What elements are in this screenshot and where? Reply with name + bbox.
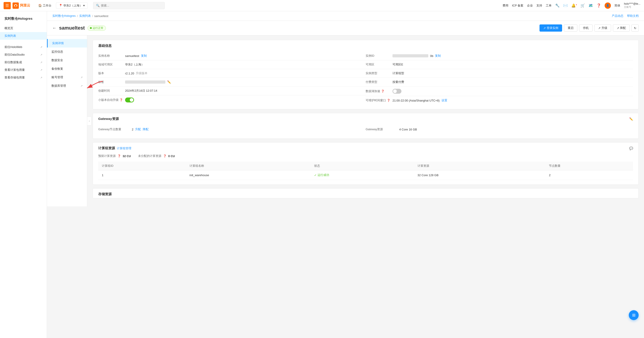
nav-support[interactable]: 支持 — [536, 4, 542, 8]
help-docs-link[interactable]: 帮助文档 — [627, 14, 639, 18]
left-menu-item-database[interactable]: 数据库管理 ↗ — [47, 82, 87, 90]
copy-instance-name-link[interactable]: 复制 — [141, 54, 147, 58]
gateway-upgrade-link[interactable]: 升配 — [135, 127, 141, 131]
nav-bell-icon[interactable]: 🔔● — [571, 3, 577, 8]
instance-name-text: samueltest — [125, 54, 139, 58]
location-icon: 📍 — [59, 4, 62, 7]
unallocated-value: 0 CU — [168, 154, 175, 158]
compute-chat-icon[interactable]: 💬 — [629, 146, 633, 150]
compute-title: 计算组资源 — [98, 146, 115, 150]
check-icon: ✓ — [314, 174, 317, 177]
reserved-help-icon[interactable]: ❓ — [118, 154, 121, 157]
create-time-value: 2024年2月16日 12:07:14 — [125, 89, 157, 93]
sidebar-item-instances[interactable]: 实例列表 — [0, 32, 47, 40]
main-content: 实时数仓Hologres / 实例列表 / samueltest 产品动态 帮助… — [47, 11, 644, 338]
sidebar-item-overview[interactable]: 概览页 — [0, 25, 47, 32]
auto-upgrade-toggle[interactable] — [125, 97, 134, 102]
database-external-icon: ↗ — [80, 85, 82, 87]
nav-simplified[interactable]: 简体 — [614, 4, 620, 8]
sidebar-item-compute-quota[interactable]: 查看计算包用量 ↗ — [0, 66, 47, 74]
refresh-button[interactable]: ↻ — [632, 25, 639, 32]
nav-tools-icon[interactable]: 🔧 — [555, 3, 560, 8]
back-button[interactable]: ← — [52, 26, 56, 31]
user-info[interactable]: holo****@te... 主账号 — [624, 2, 640, 9]
compute-manage-link[interactable]: 计算组管理 — [117, 146, 131, 150]
nav-enterprise[interactable]: 企业 — [527, 4, 533, 8]
security-label: 数据安全 — [52, 58, 63, 62]
nav-fees[interactable]: 费用 — [502, 4, 508, 8]
reserved-label: 预留计算资源 — [98, 154, 116, 158]
login-instance-button[interactable]: ↗ 登录实例 — [540, 25, 562, 32]
tag-blurred — [125, 80, 165, 84]
left-menu-item-monitor[interactable]: 监控信息 — [47, 48, 87, 56]
external-link-icon: ↗ — [40, 61, 42, 64]
left-menu-item-backup[interactable]: 备份恢复 — [47, 65, 87, 73]
sidebar-item-holoweb[interactable]: 前往HoloWeb ↗ — [0, 43, 47, 51]
compute-table: 计算组ID 计算组名称 状态 计算资源 节点数量 1 init_warehous… — [98, 161, 633, 180]
payment-type-value: 按量付费 — [392, 80, 404, 84]
breadcrumb-hologres[interactable]: 实时数仓Hologres — [52, 14, 76, 18]
nav-mail-icon[interactable]: ✉️ — [563, 3, 568, 8]
nav-map-icon[interactable]: 🗺️ — [588, 3, 593, 8]
upgrade-version-link[interactable]: 升级版本 — [136, 71, 148, 75]
search-input[interactable] — [101, 4, 162, 7]
auto-upgrade-help-icon[interactable]: ❓ — [120, 98, 123, 102]
gateway-left: Gateway节点数量 2 升配 降配 — [98, 125, 366, 134]
unallocated-help-icon[interactable]: ❓ — [163, 154, 166, 157]
left-menu-item-security[interactable]: 数据安全 — [47, 56, 87, 65]
sidebar-item-storage-quota[interactable]: 查看存储包用量 ↗ — [0, 74, 47, 81]
fab-button[interactable]: ⊞ — [629, 310, 639, 320]
workbench-nav[interactable]: 🏠 工作台 — [36, 3, 54, 9]
breadcrumb-current: samueltest — [94, 14, 108, 18]
product-news-link[interactable]: 产品动态 — [612, 14, 624, 18]
stop-button[interactable]: 停机 — [579, 25, 592, 32]
detail-content: 基础信息 实例名称 samueltest 复制 — [87, 35, 644, 207]
search-bar[interactable]: 🔍 — [93, 2, 165, 9]
region-selector[interactable]: 📍 华东2（上海） ▾ — [56, 3, 88, 9]
instance-type-row: 实例类型 计算组型 — [366, 69, 633, 78]
nav-workorder[interactable]: 工单 — [546, 4, 552, 8]
menu-button[interactable]: ☰ — [4, 2, 11, 9]
datalake-toggle[interactable] — [392, 89, 402, 94]
sidebar-collapse-button[interactable]: ‹ — [87, 117, 92, 125]
sidebar-item-dataintegration[interactable]: 前往数据集成 ↗ — [0, 59, 47, 66]
left-menu-item-account[interactable]: 账号管理 ↗ — [47, 73, 87, 82]
edit-tag-icon[interactable]: ✏️ — [167, 80, 171, 84]
datalake-help-icon[interactable]: ❓ — [381, 90, 384, 93]
compute-section: 计算组资源 计算组管理 💬 预留计算资源 ❓ 32 CU 未分 — [93, 142, 639, 185]
user-avatar[interactable]: 👤 — [604, 3, 611, 9]
left-menu: 实例详情 监控信息 数据安全 备份恢复 账号管理 ↗ 数据库管理 ↗ — [47, 35, 87, 207]
maintenance-time-text: 21:00-22:00 (Asia/Shanghai UTC+8) — [392, 99, 440, 102]
user-subtext: 主账号 — [624, 5, 640, 9]
workbench-label: 工作台 — [43, 4, 52, 8]
nav-help-icon[interactable]: ❓ — [596, 3, 601, 8]
tag-row: 标签 ✏️ — [98, 78, 366, 87]
main-layout: 实时数仓Hologres 概览页 实例列表 前往HoloWeb ↗ 前往Data… — [0, 11, 644, 338]
nav-icp[interactable]: ICP 备案 — [512, 4, 524, 8]
upgrade-button[interactable]: ↗ 升级 — [594, 25, 611, 32]
payment-type-row: 付费类型 按量付费 — [366, 78, 633, 87]
gateway-body: Gateway节点数量 2 升配 降配 — [93, 123, 638, 138]
breadcrumb-sep-1: / — [77, 14, 78, 18]
gateway-downgrade-link[interactable]: 降配 — [143, 127, 148, 131]
maintenance-help-icon[interactable]: ❓ — [387, 99, 390, 102]
logo[interactable]: 阿里云 — [12, 3, 30, 9]
reserved-compute-stat: 预留计算资源 ❓ 32 CU — [98, 154, 131, 158]
instance-actions: ↗ 登录实例 重启 停机 ↗ 升级 ↗ 降配 ↻ — [540, 25, 639, 32]
maintenance-window-value: 21:00-22:00 (Asia/Shanghai UTC+8) 设置 — [392, 98, 447, 102]
nav-cart-icon[interactable]: 🛒 — [580, 3, 585, 8]
set-maintenance-link[interactable]: 设置 — [442, 98, 447, 102]
breadcrumb-instances[interactable]: 实例列表 — [79, 14, 91, 18]
sidebar-item-datastudio[interactable]: 前往DataStudio ↗ — [0, 51, 47, 59]
instance-id-value: 0b 复制 — [392, 54, 441, 58]
gateway-nodes-row: Gateway节点数量 2 升配 降配 — [98, 125, 366, 134]
copy-instance-id-link[interactable]: 复制 — [435, 54, 441, 58]
sidebar-overview-label: 概览页 — [4, 26, 13, 30]
downgrade-label: 降配 — [620, 26, 626, 30]
gateway-resource-value: 4 Core 16 GB — [399, 128, 417, 131]
left-menu-item-detail[interactable]: 实例详情 — [47, 39, 87, 48]
restart-button[interactable]: 重启 — [564, 25, 577, 32]
gateway-edit-icon[interactable]: ✏️ — [629, 117, 633, 121]
toggle-slider — [125, 97, 134, 102]
downgrade-button[interactable]: ↗ 降配 — [613, 25, 630, 32]
